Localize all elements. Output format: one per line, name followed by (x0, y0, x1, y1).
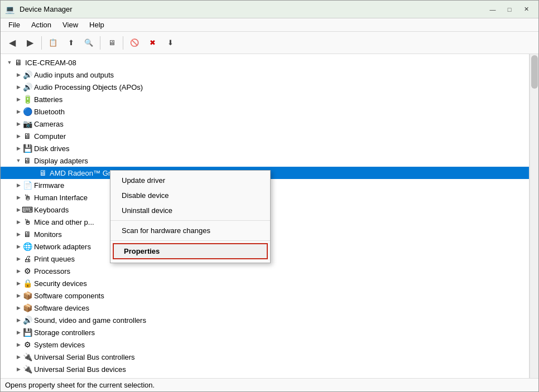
tree-item-icon: 🔊 (23, 316, 32, 325)
list-item[interactable]: ▶ 🔵 Bluetooth (1, 105, 529, 118)
menu-help[interactable]: Help (84, 20, 110, 30)
tree-item-label: Software components (34, 292, 529, 300)
menu-view[interactable]: View (57, 20, 84, 30)
expand-arrow: ▶ (14, 303, 23, 312)
close-button[interactable]: ✕ (518, 3, 534, 16)
uninstall-device-menu-item[interactable]: Uninstall device (110, 203, 270, 218)
device-tree[interactable]: ▼ 🖥 ICE-CREAM-08 ▶ 🔊 Audio inputs and ou… (1, 54, 530, 378)
expand-arrow: ▶ (14, 242, 23, 251)
tree-item-icon: 🖥 (23, 132, 32, 141)
tree-item-label: Human Interface (34, 193, 529, 202)
properties-button[interactable]: 📋 (45, 35, 61, 51)
add-button[interactable]: ⬇ (162, 35, 179, 51)
tree-item-label: Universal Serial Bus devices (34, 365, 529, 374)
list-item[interactable]: ▶ 📷 Cameras (1, 118, 529, 130)
tree-item-label: Security devices (34, 279, 529, 288)
tree-item-icon: 🔒 (23, 279, 32, 288)
context-menu: Update driver Disable device Uninstall d… (110, 170, 271, 263)
disable-button[interactable]: 🚫 (126, 35, 143, 51)
list-item[interactable]: ▶ 🖥 Computer (1, 130, 529, 142)
list-item[interactable]: ▶ 🔒 Security devices (1, 277, 529, 289)
tree-item-label: Software devices (34, 304, 529, 312)
tree-item-label: System devices (34, 341, 529, 349)
tree-item-label: Print queues (34, 255, 529, 263)
menu-bar: File Action View Help (1, 18, 538, 32)
monitor-button[interactable]: 🖥 (103, 35, 120, 51)
root-expand-arrow: ▼ (5, 58, 14, 67)
expand-arrow: ▶ (14, 365, 23, 374)
tree-item-label: Storage controllers (34, 328, 529, 337)
scan-hardware-menu-item[interactable]: Scan for hardware changes (110, 223, 270, 238)
list-item[interactable]: ▶ 💾 Disk drives (1, 142, 529, 154)
expand-arrow: ▶ (14, 181, 23, 190)
list-item[interactable]: ▶ 🔊 Sound, video and game controllers (1, 314, 529, 326)
expand-arrow: ▶ (14, 119, 23, 128)
tree-item-label: Batteries (34, 95, 529, 104)
menu-action[interactable]: Action (26, 20, 57, 30)
tree-item-label: Computer (34, 132, 529, 141)
expand-arrow: ▶ (14, 291, 23, 300)
main-area: ▼ 🖥 ICE-CREAM-08 ▶ 🔊 Audio inputs and ou… (1, 54, 538, 378)
tree-item-icon: 📷 (23, 119, 32, 128)
list-item[interactable]: ▶ ⚙ Processors (1, 265, 529, 277)
forward-button[interactable]: ▶ (22, 35, 38, 51)
window-title: Device Manager (20, 5, 73, 13)
list-item[interactable]: ▼ 🖥 Display adapters (1, 154, 529, 167)
expand-arrow: ▶ (14, 316, 23, 325)
list-item[interactable]: ▶ 📦 Software components (1, 289, 529, 302)
expand-arrow: ▶ (14, 352, 23, 361)
tree-item-label: Sound, video and game controllers (34, 316, 529, 325)
expand-arrow: ▶ (14, 340, 23, 349)
list-item[interactable]: ▶ 🔋 Batteries (1, 93, 529, 105)
update-driver-button[interactable]: ⬆ (62, 35, 79, 51)
tree-root[interactable]: ▼ 🖥 ICE-CREAM-08 (1, 56, 529, 69)
expand-arrow: ▶ (14, 230, 23, 239)
tree-item-icon: 🖱 (23, 193, 32, 202)
root-label: ICE-CREAM-08 (25, 59, 529, 67)
tree-item-label: Disk drives (34, 144, 529, 153)
tree-item-label: Cameras (34, 120, 529, 128)
tree-item-icon: ⚙ (23, 267, 32, 275)
expand-arrow: ▶ (14, 83, 23, 91)
tree-item-icon: 🖱 (23, 217, 32, 226)
uninstall-button[interactable]: ✖ (144, 35, 161, 51)
expand-arrow: ▶ (14, 70, 23, 79)
list-item[interactable]: ▶ 🔊 Audio inputs and outputs (1, 69, 529, 81)
tree-item-icon: ⚙ (23, 340, 32, 349)
list-item[interactable]: ▶ 💾 Storage controllers (1, 326, 529, 338)
menu-file[interactable]: File (3, 20, 26, 30)
maximize-button[interactable]: □ (502, 3, 517, 16)
list-item[interactable]: ▶ 🔌 Universal Serial Bus controllers (1, 351, 529, 363)
properties-menu-item[interactable]: Properties (113, 243, 268, 259)
scrollbar-thumb[interactable] (531, 55, 538, 89)
disable-device-menu-item[interactable]: Disable device (110, 188, 270, 203)
root-icon: 🖥 (14, 58, 23, 67)
update-driver-menu-item[interactable]: Update driver (110, 173, 270, 188)
tree-item-label: Bluetooth (34, 108, 529, 116)
scrollbar[interactable] (530, 54, 538, 378)
bluetooth-icon: 🔵 (23, 107, 32, 116)
list-item[interactable]: ▶ 🔊 Audio Processing Objects (APOs) (1, 81, 529, 93)
tree-item-label: Network adapters (34, 243, 529, 251)
expand-arrow: ▶ (14, 132, 23, 141)
toolbar-separator-2 (100, 36, 100, 50)
back-button[interactable]: ◀ (4, 35, 21, 51)
list-item[interactable]: ▶ 📦 Software devices (1, 302, 529, 314)
tree-item-icon: 📦 (23, 303, 32, 312)
scan-changes-button[interactable]: 🔍 (80, 35, 97, 51)
tree-item-icon: 🔌 (23, 365, 32, 374)
list-item[interactable]: ▶ ⚙ System devices (1, 338, 529, 351)
context-menu-separator-1 (110, 220, 270, 221)
tree-item-icon: 🔋 (23, 95, 32, 104)
tree-item-icon: ⌨ (23, 205, 32, 214)
expand-arrow: ▶ (14, 267, 23, 275)
expand-arrow: ▶ (14, 217, 23, 226)
expand-arrow: ▶ (14, 328, 23, 337)
minimize-button[interactable]: — (485, 3, 501, 16)
title-bar-left: 💻 Device Manager (5, 5, 73, 14)
toolbar-separator-1 (41, 36, 42, 50)
list-item[interactable]: ▶ 🔌 Universal Serial Bus devices (1, 363, 529, 375)
tree-item-icon: 🔊 (23, 70, 32, 79)
app-icon: 💻 (5, 5, 14, 14)
expand-arrow: ▶ (14, 144, 23, 153)
